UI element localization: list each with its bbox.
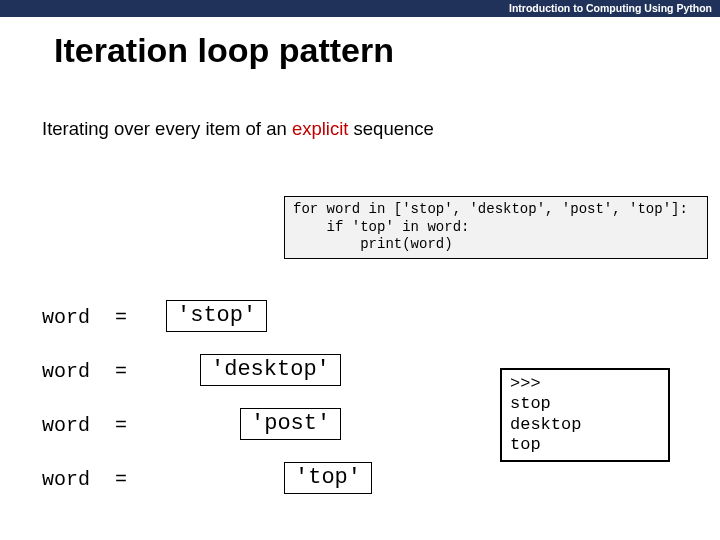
var-name: word — [42, 306, 106, 329]
assignment-row: word = 'stop' — [42, 290, 136, 344]
value-box: 'desktop' — [200, 354, 341, 386]
subtitle-emphasis: explicit — [292, 118, 349, 139]
value-box: 'post' — [240, 408, 341, 440]
var-name: word — [42, 360, 106, 383]
var-name: word — [42, 414, 106, 437]
subtitle: Iterating over every item of an explicit… — [0, 70, 720, 140]
assignment-row: word = 'desktop' — [42, 344, 136, 398]
equals-sign: = — [106, 414, 136, 437]
subtitle-suffix: sequence — [348, 118, 433, 139]
page-title: Iteration loop pattern — [0, 17, 720, 70]
top-bar: Introduction to Computing Using Python — [0, 0, 720, 17]
equals-sign: = — [106, 306, 136, 329]
assignment-row: word = 'top' — [42, 452, 136, 506]
subtitle-prefix: Iterating over every item of an — [42, 118, 292, 139]
equals-sign: = — [106, 360, 136, 383]
code-block: for word in ['stop', 'desktop', 'post', … — [284, 196, 708, 259]
output-box: >>> stop desktop top — [500, 368, 670, 462]
equals-sign: = — [106, 468, 136, 491]
value-box: 'stop' — [166, 300, 267, 332]
var-name: word — [42, 468, 106, 491]
assignment-row: word = 'post' — [42, 398, 136, 452]
assignment-rows: word = 'stop' word = 'desktop' word = 'p… — [42, 290, 136, 506]
value-box: 'top' — [284, 462, 372, 494]
